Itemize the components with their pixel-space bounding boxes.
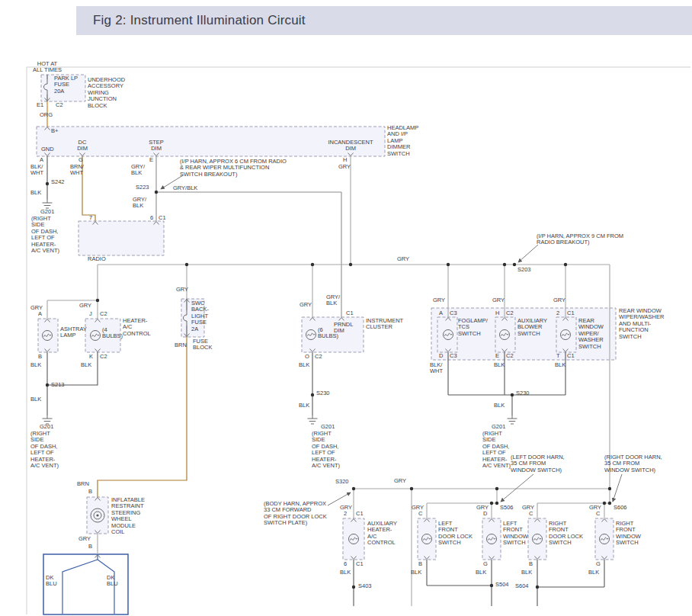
blower-pin-h: H xyxy=(495,310,499,316)
foglamp-switch-box xyxy=(437,317,457,352)
wire-blk-wht: BLK/ WHT xyxy=(430,362,443,375)
ground-location: (RIGHT SIDE OF DASH, LEFT OF HEATER- A/C… xyxy=(312,431,340,469)
dimmer-incandescent-dim: INCANDESCENT DIM xyxy=(322,140,380,152)
aux-heater-label: AUXILIARY HEATER- A/C CONTROL xyxy=(367,521,397,547)
blower-pin-e: E xyxy=(495,353,499,359)
splice-s403: S403 xyxy=(358,583,372,589)
rfw-pin-c: C xyxy=(596,511,600,517)
splice-s604: S604 xyxy=(515,583,529,589)
wire-gry-blk-bus: GRY/BLK xyxy=(173,185,197,191)
wire-gry: GRY xyxy=(300,302,312,308)
heater-bulbs: (4 BULBS) xyxy=(102,327,123,340)
wire-blk: BLK xyxy=(30,396,41,403)
park-fuse-label: PARK LP FUSE 20A xyxy=(54,75,78,95)
wire-gry-bus: GRY xyxy=(397,256,409,262)
wire-blk: BLK xyxy=(340,569,351,576)
lfw-pin-g: G xyxy=(483,561,488,567)
pin-e: E xyxy=(149,157,153,163)
splice-s213: S213 xyxy=(51,382,65,388)
wire-blk-wht: BLK/ WHT xyxy=(30,164,43,177)
splice-s203: S203 xyxy=(517,267,531,273)
lf-door-lock-label: LEFT FRONT DOOR LOCK SWITCH xyxy=(438,521,473,547)
wire-gry: GRY xyxy=(338,164,351,170)
radio-label: RADIO xyxy=(88,256,106,262)
lfl-pin-c: C xyxy=(418,511,422,517)
wire-dk-blu: DK BLU xyxy=(46,575,57,588)
wire-brn-wht: BRN/ WHT xyxy=(70,164,84,177)
dimmer-switch-label: HEADLAMP AND I/P LAMP DIMMER SWITCH xyxy=(387,125,418,157)
wire-gry-blk-radio: GRY/ BLK xyxy=(133,197,146,210)
hot-at-label: HOT AT ALL TIMES xyxy=(30,61,64,74)
note-ip-harn-6cm: (I/P HARN, APPROX 6 CM FROM RADIO & REAR… xyxy=(180,159,287,178)
fog-conn-c3: C3 xyxy=(450,310,457,316)
wiper-conn-c1: C1 xyxy=(567,310,575,316)
wire-gry: GRY xyxy=(492,297,505,303)
wiper-conn-c1b: C1 xyxy=(567,353,575,359)
swc-fuse-label: SWC BACK- LIGHT FUSE 2A xyxy=(191,300,209,332)
note-body-harn: (BODY HARN, APPROX 33 CM FORWARD OF RIGH… xyxy=(264,501,327,527)
blower-switch-box xyxy=(495,317,515,352)
fog-label: FOGLAMP/ TCS SWITCH xyxy=(458,318,488,337)
splice-s223: S223 xyxy=(136,184,149,191)
ground-icon xyxy=(508,415,517,424)
rf-window-label: RIGHT FRONT WINDOW SWITCH xyxy=(616,521,641,547)
wire-gry-blk: GRY/ BLK xyxy=(326,294,340,307)
blower-label: AUXILIARY BLOWER SWITCH xyxy=(517,318,547,337)
blower-conn-c2: C2 xyxy=(506,310,514,316)
dimmer-step-dim: STEP DIM xyxy=(146,140,167,152)
wiper-switch-box xyxy=(556,317,576,352)
wire-gry: GRY xyxy=(78,536,91,542)
radio-pin7: 7 xyxy=(89,215,92,221)
wire-dk-blu: DK BLU xyxy=(107,575,118,588)
dimmer-gnd: GND xyxy=(41,146,54,152)
heater-conn-c2: C2 xyxy=(100,311,107,317)
ashtray-lamp-box xyxy=(38,319,58,352)
coil-label: INFLATABLE RESTRAINT STEERING WHEEL MODU… xyxy=(111,497,145,535)
wire-blk: BLK xyxy=(299,403,309,409)
lfl-pin-b: B xyxy=(418,561,422,567)
wire-brn: BRN xyxy=(77,481,89,487)
wire-blk: BLK xyxy=(494,362,505,368)
wire-blk: BLK xyxy=(30,190,41,196)
wire-blk: BLK xyxy=(476,569,486,576)
junction-block-label: UNDERHOOD ACCESSORY WIRING JUNCTION BLOC… xyxy=(88,77,125,109)
fuse-block-label: FUSE BLOCK xyxy=(193,338,212,351)
ground-location: (RIGHT SIDE OF DASH, LEFT OF HEATER- A/C… xyxy=(30,431,59,469)
wire-blk: BLK xyxy=(555,362,565,368)
wire-gry-blk: GRY/ BLK xyxy=(131,164,145,177)
note-right-door-harn: (RIGHT DOOR HARN, 35 CM FROM WINDOW SWIT… xyxy=(604,454,662,473)
ashtray-label: ASHTRAY LAMP xyxy=(60,326,87,339)
cluster-conn-c2: C2 xyxy=(315,354,322,360)
cluster-pin-o: O xyxy=(305,354,309,360)
wire-gry: GRY xyxy=(79,303,91,309)
lfw-pin-d: D xyxy=(483,511,487,517)
assembly-label: REAR WINDOW WIPER/WASHER AND MULTI- FUNC… xyxy=(619,308,664,340)
wiring-diagram-page: Fig 2: Instrument Illumination Circuit xyxy=(0,0,692,616)
rfl-pin-b: B xyxy=(529,561,533,567)
cluster-conn-c1: C1 xyxy=(346,310,354,316)
dimmer-dc-dim: DC DIM xyxy=(72,140,93,152)
wire-blk: BLK xyxy=(81,362,91,368)
aux-conn-c1b: C1 xyxy=(356,561,364,567)
wiper-pin-2: 2 xyxy=(556,310,559,316)
ashtray-pin-a: A xyxy=(38,311,42,317)
wire-org: ORG xyxy=(40,112,53,118)
splice-s230: S230 xyxy=(316,390,330,396)
heater-pin-j: J xyxy=(89,311,92,317)
rf-door-lock-label: RIGHT FRONT DOOR LOCK SWITCH xyxy=(549,521,583,547)
ashtray-pin-b: B xyxy=(38,354,42,360)
heater-conn-c2b: C2 xyxy=(100,354,107,360)
blower-conn-c2b: C2 xyxy=(506,353,514,359)
splice-s606: S606 xyxy=(614,505,627,511)
cluster-label: INSTRUMENT CLUSTER xyxy=(366,318,403,331)
coil-pin-b2: B xyxy=(88,544,92,550)
aux-pin-2: 2 xyxy=(344,511,347,517)
ground-icon xyxy=(308,415,318,424)
rfw-pin-g: G xyxy=(596,561,601,567)
splice-s230: S230 xyxy=(516,390,530,396)
note-ip-harn-9cm: (I/P HARN, APPROX 9 CM FROM RADIO BREAKO… xyxy=(537,233,623,246)
wire-blk: BLK xyxy=(521,569,532,576)
wire-blk: BLK xyxy=(494,403,505,409)
aux-pin-6: 6 xyxy=(344,561,347,567)
wire-blk: BLK xyxy=(588,569,599,576)
